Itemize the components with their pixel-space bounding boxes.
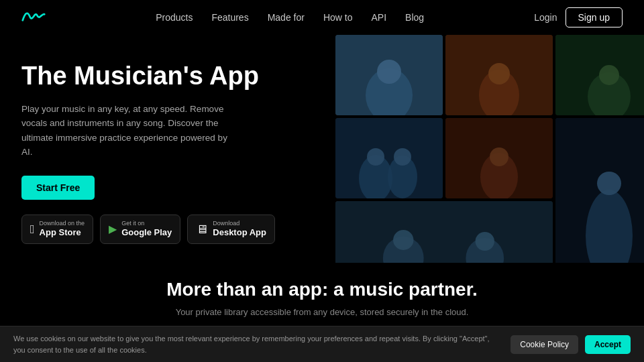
svg-point-19 bbox=[597, 172, 621, 195]
googleplay-button[interactable]: ▶ Get it on Google Play bbox=[100, 215, 180, 244]
cookie-banner: We use cookies on our website to give yo… bbox=[0, 326, 644, 362]
appstore-button[interactable]:  Download on the App Store bbox=[21, 215, 93, 244]
hero-text: The Musician's App Play your music in an… bbox=[21, 48, 330, 263]
svg-point-5 bbox=[488, 63, 510, 84]
nav-links: Products Features Made for How to API Bl… bbox=[156, 11, 424, 23]
hero-section: The Musician's App Play your music in an… bbox=[0, 35, 644, 263]
hero-title: The Musician's App bbox=[21, 62, 330, 91]
nav-made-for[interactable]: Made for bbox=[268, 12, 305, 23]
nav-how-to[interactable]: How to bbox=[323, 12, 353, 23]
hero-image-6 bbox=[555, 118, 644, 263]
nav-features[interactable]: Features bbox=[211, 12, 248, 23]
apple-icon:  bbox=[30, 223, 35, 235]
nav-actions: Login Sign up bbox=[534, 7, 623, 27]
svg-point-22 bbox=[393, 230, 413, 250]
navbar: Products Features Made for How to API Bl… bbox=[0, 0, 644, 35]
signup-button[interactable]: Sign up bbox=[566, 7, 623, 27]
svg-point-2 bbox=[377, 60, 401, 84]
hero-image-2 bbox=[445, 35, 553, 115]
bottom-title: More than an app: a music partner. bbox=[0, 279, 644, 300]
svg-point-11 bbox=[367, 148, 384, 166]
cookie-policy-button[interactable]: Cookie Policy bbox=[511, 335, 578, 354]
desktop-text: Download Desktop App bbox=[213, 220, 266, 239]
svg-rect-20 bbox=[335, 201, 553, 263]
svg-point-16 bbox=[490, 147, 508, 166]
login-button[interactable]: Login bbox=[534, 12, 557, 23]
googleplay-icon: ▶ bbox=[109, 224, 117, 235]
cookie-buttons: Cookie Policy Accept bbox=[511, 335, 631, 354]
desktop-icon: 🖥 bbox=[196, 223, 208, 235]
nav-api[interactable]: API bbox=[371, 12, 386, 23]
start-free-button[interactable]: Start Free bbox=[21, 176, 95, 200]
svg-point-8 bbox=[599, 65, 619, 85]
hero-image-1 bbox=[335, 35, 443, 115]
hero-image-3 bbox=[555, 35, 644, 115]
cookie-text: We use cookies on our website to give yo… bbox=[13, 333, 500, 355]
hero-image-5 bbox=[445, 118, 553, 198]
hero-description: Play your music in any key, at any speed… bbox=[21, 102, 229, 160]
svg-point-24 bbox=[476, 232, 494, 251]
googleplay-text: Get it on Google Play bbox=[121, 220, 172, 239]
nav-products[interactable]: Products bbox=[156, 12, 193, 23]
hero-image-7 bbox=[335, 201, 553, 263]
desktop-button[interactable]: 🖥 Download Desktop App bbox=[187, 215, 275, 244]
hero-image-4 bbox=[335, 118, 443, 198]
logo[interactable] bbox=[21, 8, 46, 27]
nav-blog[interactable]: Blog bbox=[405, 12, 424, 23]
hero-image-grid bbox=[335, 35, 644, 263]
download-buttons:  Download on the App Store ▶ Get it on … bbox=[21, 215, 330, 244]
svg-point-13 bbox=[394, 148, 411, 166]
appstore-text: Download on the App Store bbox=[40, 220, 85, 239]
bottom-subtitle: Your private library accessible from any… bbox=[0, 307, 644, 317]
accept-button[interactable]: Accept bbox=[585, 335, 631, 354]
